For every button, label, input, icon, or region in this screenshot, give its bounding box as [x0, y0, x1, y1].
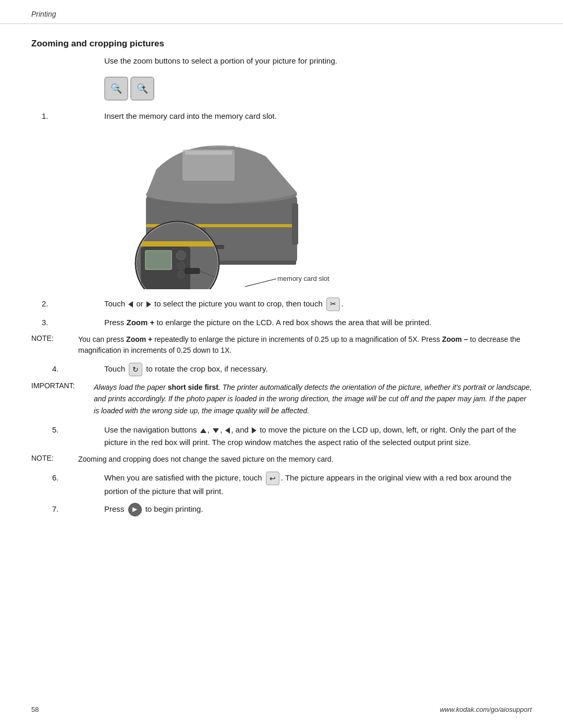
nav-down-icon	[213, 428, 219, 433]
footer: 58 www.kodak.com/go/aiosupport	[0, 706, 563, 713]
zoom-buttons-area: 🔍− 🔍+	[104, 77, 532, 101]
svg-rect-17	[137, 241, 218, 246]
step-7-number: 7.	[31, 503, 104, 515]
main-content: Zooming and cropping pictures Use the zo…	[0, 24, 563, 542]
step-1-content: Insert the memory card into the memory c…	[104, 110, 532, 122]
return-icon: ↩	[266, 472, 279, 485]
page-container: Printing Zooming and cropping pictures U…	[0, 0, 563, 728]
step-3-content: Press Zoom + to enlarge the picture on t…	[104, 316, 532, 329]
nav-left-icon	[225, 427, 230, 434]
step-1-number: 1.	[31, 110, 104, 122]
svg-point-22	[177, 262, 185, 269]
section-title: Zooming and cropping pictures	[31, 39, 532, 49]
step-5-content: Use the navigation buttons , , , and to …	[104, 424, 532, 449]
printer-image: memory card slot	[104, 128, 334, 289]
step-2-number: 2.	[31, 298, 104, 310]
svg-rect-4	[185, 151, 232, 155]
nav-right-icon	[252, 427, 256, 434]
step-5: 5. Use the navigation buttons , , , and …	[31, 424, 532, 449]
nav-up-icon	[200, 428, 206, 433]
svg-rect-20	[146, 251, 171, 269]
print-start-icon: ▶	[128, 503, 142, 516]
svg-text:memory card slot: memory card slot	[277, 275, 329, 282]
step-6-content: When you are satisfied with the picture,…	[104, 472, 532, 498]
header-section: Printing	[0, 0, 563, 24]
important-block: IMPORTANT: Always load the paper short s…	[31, 381, 532, 416]
svg-point-21	[176, 251, 186, 260]
svg-line-27	[245, 279, 276, 287]
arrow-left-icon	[128, 301, 133, 307]
scissors-icon: ✂	[326, 298, 340, 311]
printer-svg: memory card slot	[104, 128, 334, 289]
svg-rect-24	[185, 268, 200, 274]
step-7: 7. Press ▶ to begin printing.	[31, 503, 532, 516]
svg-rect-13	[292, 203, 298, 245]
important-label: IMPORTANT:	[31, 381, 89, 390]
page-number: 58	[31, 706, 39, 713]
note-2-label: NOTE:	[31, 454, 73, 462]
note-1-content: You can press Zoom + repeatedly to enlar…	[78, 334, 532, 356]
svg-line-2	[209, 146, 235, 147]
important-content: Always load the paper short side first. …	[94, 381, 532, 416]
or-text: or	[136, 299, 145, 308]
step-4-number: 4.	[31, 363, 104, 375]
step-3-number: 3.	[31, 316, 104, 329]
step-2-content: Touch or to select the picture you want …	[104, 298, 532, 311]
note-2-block: NOTE: Zooming and cropping does not chan…	[31, 454, 532, 465]
step-6-number: 6.	[31, 472, 104, 484]
step-2: 2. Touch or to select the picture you wa…	[31, 298, 532, 311]
intro-paragraph: Use the zoom buttons to select a portion…	[104, 55, 532, 67]
zoom-in-button[interactable]: 🔍+	[130, 77, 154, 101]
breadcrumb: Printing	[31, 10, 56, 18]
note-1-block: NOTE: You can press Zoom + repeatedly to…	[31, 334, 532, 356]
zoom-out-button[interactable]: 🔍−	[104, 77, 128, 101]
step-6: 6. When you are satisfied with the pictu…	[31, 472, 532, 498]
step-1: 1. Insert the memory card into the memor…	[31, 110, 532, 122]
footer-url: www.kodak.com/go/aiosupport	[440, 706, 532, 713]
step-4-content: Touch ↻ to rotate the crop box, if neces…	[104, 363, 532, 376]
step-3: 3. Press Zoom + to enlarge the picture o…	[31, 316, 532, 329]
arrow-right-icon	[146, 301, 151, 307]
step-4: 4. Touch ↻ to rotate the crop box, if ne…	[31, 363, 532, 376]
note-1-label: NOTE:	[31, 334, 73, 342]
step-7-content: Press ▶ to begin printing.	[104, 503, 532, 516]
step-5-number: 5.	[31, 424, 104, 436]
svg-point-23	[177, 271, 185, 278]
note-2-content: Zooming and cropping does not change the…	[78, 454, 532, 465]
rotate-icon: ↻	[129, 363, 142, 376]
